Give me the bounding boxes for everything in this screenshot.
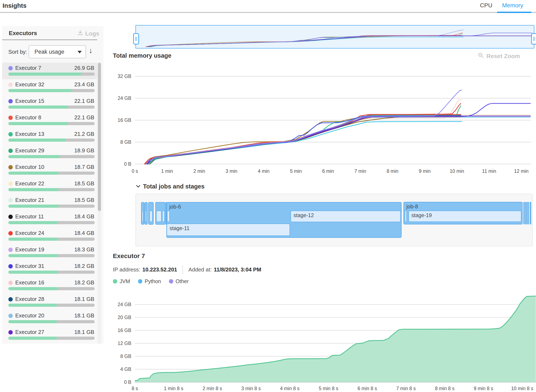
memory-type-legend: JVMPythonOther [113,278,188,284]
brush-series-line [149,36,463,47]
memory-series-line [145,103,461,164]
reset-zoom-button[interactable]: Reset Zoom [478,52,520,60]
legend-item[interactable]: Python [138,278,161,284]
brush-series-line [150,36,532,47]
executor-row[interactable]: Executor 2018.1 GB [2,310,97,327]
executor-row[interactable]: Executor 726.9 GB [2,63,97,79]
download-icon [77,30,83,37]
executor-color-dot [8,99,13,103]
gantt-job-bar[interactable] [523,202,524,224]
executor-row[interactable]: Executor 1018.7 GB [2,162,97,178]
x-axis-label: 4 min [258,168,269,174]
legend-item[interactable]: JVM [113,278,130,284]
memory-series-line [146,116,530,164]
gantt-job-bar[interactable] [530,202,531,224]
tab-memory[interactable]: Memory [502,2,523,9]
jobs-section-toggle[interactable]: Total jobs and stages [136,183,204,190]
executor-usage-fill [8,287,57,290]
executor-name: Executor 31 [15,263,44,269]
executor-row[interactable]: Executor 3118.2 GB [2,261,97,277]
executor-row[interactable]: Executor 822.1 GB [2,112,97,129]
x-axis-label: 9 min 8 s [474,386,493,391]
total-memory-chart[interactable]: 32 GB24 GB16 GB8 GB0 B0 s1 min2 min3 min… [113,71,536,177]
executor-usage-fill [8,155,59,158]
executor-usage-fill [8,238,57,241]
executor-name: Executor 11 [15,213,44,220]
executor-usage-bar [8,238,95,241]
y-axis-label: 24 GB [118,95,131,101]
gantt-stage-bar[interactable] [142,211,143,222]
executor-row[interactable]: Executor 2418.4 GB [2,228,97,244]
gantt-job-bar[interactable] [526,202,527,224]
sort-direction-button[interactable]: ↓ [89,46,93,55]
executor-peak-value: 18.3 GB [75,246,94,253]
tab-cpu[interactable]: CPU [480,2,492,9]
x-axis-label: 6 min [322,168,334,174]
executor-peak-value: 18.1 GB [75,296,94,302]
executor-color-dot [8,83,13,87]
executor-peak-value: 18.4 GB [75,230,94,236]
gantt-job-bar[interactable] [525,202,526,224]
gantt-job-bar[interactable] [527,202,529,224]
brush-handle-right[interactable] [531,33,536,45]
gantt-stage-bar[interactable]: stage-19 [409,211,521,222]
gantt-stage-bar[interactable]: stage-12 [291,211,401,222]
sort-by-label: Sort by: [8,49,27,55]
gantt-bar-label: stage-12 [293,212,314,218]
executor-row[interactable]: Executor 2218.5 GB [2,178,97,195]
executor-usage-fill [8,271,57,274]
executor-color-dot [8,182,13,186]
gantt-stage-bar[interactable] [405,211,407,222]
memory-series-line [146,117,531,164]
gantt-stage-bar[interactable] [156,211,162,222]
executor-name: Executor 15 [15,98,44,104]
executor-row[interactable]: Executor 2118.5 GB [2,195,97,211]
x-axis-label: 10 min [450,168,464,174]
executor-row[interactable]: Executor 1618.2 GB [2,277,97,294]
sidebar-scrollbar-thumb[interactable] [98,63,101,211]
executor-color-dot [8,281,13,285]
executor-usage-fill [8,122,68,125]
y-axis-label: 4 GB [120,367,131,372]
executor-row[interactable]: Executor 3223.4 GB [2,79,97,96]
executor-row[interactable]: Executor 1522.1 GB [2,96,97,112]
executor-peak-value: 22.1 GB [75,114,94,121]
gantt-stage-bar[interactable] [150,211,153,222]
executor-row[interactable]: Executor 2818.1 GB [2,294,97,310]
executor-usage-bar [8,205,95,208]
y-axis-label: 8 GB [120,354,131,359]
executor-row[interactable]: Executor 1918.3 GB [2,244,97,261]
y-axis-label: 32 GB [118,74,131,79]
gantt-stage-bar[interactable] [145,211,147,222]
executor-row[interactable]: Executor 2718.1 GB [2,327,97,343]
gantt-stage-bar[interactable] [162,211,165,222]
sort-select[interactable]: Peak usage [29,45,86,58]
executor-memory-area-chart[interactable]: 24 GB20 GB16 GB12 GB8 GB4 GB0 B8 s1 min … [113,293,536,392]
executor-peak-value: 18.4 GB [75,213,94,220]
legend-item[interactable]: Other [169,278,189,284]
gantt-bar-label: job-6 [169,204,181,210]
brush-series-line [148,36,532,47]
executor-usage-fill [8,320,57,323]
gantt-stage-bar[interactable]: stage-11 [167,224,290,236]
x-axis-label: 8 s [132,386,138,391]
memory-series-line [148,117,461,164]
executor-row[interactable]: Executor 1118.4 GB [2,211,97,228]
zoom-brush[interactable] [136,25,534,48]
executor-peak-value: 18.5 GB [75,197,94,203]
executor-usage-bar [8,172,95,175]
y-axis-label: 12 GB [118,341,131,346]
executor-color-dot [8,149,13,153]
logs-button[interactable]: Logs [77,30,99,37]
executor-row[interactable]: Executor 1321.2 GB [2,129,97,145]
brush-handle-left[interactable] [133,33,139,45]
executor-color-dot [8,132,13,136]
gantt-stage-bar[interactable] [167,211,170,222]
executor-usage-fill [8,89,71,92]
executor-row[interactable]: Executor 2918.9 GB [2,145,97,162]
chevron-down-icon [136,183,141,190]
header-divider [0,12,536,13]
executor-name: Executor 27 [15,329,44,335]
info-separator [183,265,183,274]
executor-name: Executor 13 [15,131,44,137]
